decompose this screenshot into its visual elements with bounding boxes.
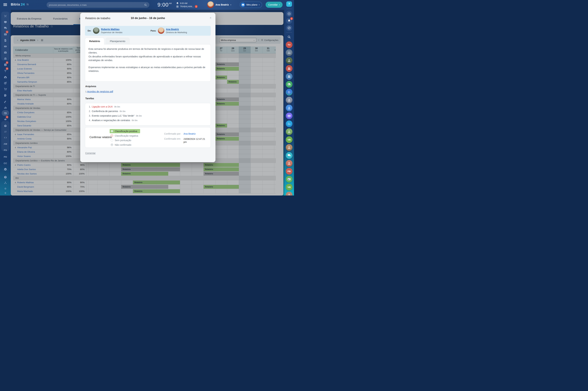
avatar-pb[interactable]: PB [286, 168, 292, 175]
modal-tab-planejamento[interactable]: Planejamento [106, 38, 130, 44]
workday-status: 9:00 AM TRABALHAN... 1 [176, 2, 198, 8]
status-label: TRABALHAN... [180, 5, 194, 8]
confirm-option-pos[interactable]: +Classificação positiva [110, 129, 140, 133]
avatar-tv-channel[interactable]: TV [286, 41, 292, 48]
confirm-option-non[interactable]: Sem pontuação [110, 138, 140, 142]
task-link[interactable]: Conferência de parcerios [92, 110, 118, 112]
sidebar-item-mail[interactable] [0, 50, 11, 55]
to-avatar[interactable] [158, 27, 164, 34]
sidebar-item-add[interactable] [0, 191, 11, 196]
avatar-vb[interactable]: VB [286, 136, 292, 143]
avatar-people-blue[interactable] [286, 73, 292, 80]
sidebar-item-cc[interactable]: CC [0, 161, 11, 166]
sidebar-item-hr[interactable] [0, 111, 11, 116]
sidebar-item-docs[interactable] [0, 38, 11, 43]
avatar-contact-green[interactable] [286, 176, 292, 183]
chart-icon [4, 106, 7, 109]
task-item: 3.Evento corporativo para LLC "Dia Verde… [89, 114, 207, 119]
to-name-link[interactable]: Ana Beatriz [166, 28, 187, 31]
sidebar-item-tasks[interactable]: 5 [0, 62, 11, 67]
avatar-man-photo[interactable] [286, 57, 292, 64]
form-icon [4, 94, 7, 97]
sidebar-item-sites[interactable] [0, 19, 11, 25]
confirm-option-neg[interactable]: −Classificação negativa [110, 134, 140, 138]
notification-badge: 1 [6, 31, 8, 33]
avatar-woman-cut[interactable] [286, 192, 292, 196]
notifications-icon[interactable]: 1 [286, 18, 292, 24]
notification-badge: 8 [6, 67, 8, 70]
search-icon[interactable] [286, 34, 292, 40]
avatar-man-blue[interactable] [286, 105, 292, 111]
avatar-news-green[interactable] [286, 81, 292, 88]
sidebar-item-am[interactable]: AM [0, 141, 11, 146]
from-role: Supervisor de Vendas [101, 31, 122, 34]
task-link[interactable]: Ligação com a DUX [92, 105, 113, 108]
invite-button[interactable]: Convidar ▾ [265, 2, 283, 8]
sidebar-item-developer[interactable] [0, 135, 11, 140]
plan-button[interactable]: Meu plano ▾ [240, 2, 262, 8]
close-icon[interactable]: × [210, 16, 211, 20]
from-avatar[interactable] [93, 27, 99, 34]
sidebar-item-messenger[interactable] [0, 26, 11, 31]
task-link[interactable]: Analises e negociações de contratos [92, 119, 130, 122]
menu-icon[interactable] [3, 3, 7, 6]
pen-icon [4, 100, 7, 103]
sidebar-item-warehouse[interactable] [0, 75, 11, 80]
sidebar-item-pd[interactable]: PD [0, 154, 11, 159]
avatar-people-red[interactable] [286, 65, 292, 72]
search-input[interactable]: procurar pessoas, documentos, e mais [47, 2, 149, 8]
sidebar-item-calendar[interactable]: 1 [0, 32, 11, 37]
avatar-meeting-photo[interactable] [286, 49, 292, 56]
sidebar-item-sign[interactable] [0, 99, 11, 104]
sidebar-item-help[interactable]: ? [0, 175, 11, 180]
work-status-row[interactable]: TRABALHAN... 1 [176, 5, 198, 8]
avatar-man-laptop[interactable] [286, 97, 292, 103]
help-button[interactable]: ? [286, 1, 292, 7]
bitrix24-app: Bitrix24 procurar pessoas, documentos, e… [0, 0, 294, 196]
sidebar-item-bi[interactable] [0, 105, 11, 110]
copilot-icon[interactable] [286, 11, 292, 17]
sidebar-item-shop[interactable] [0, 87, 11, 92]
comment-link[interactable]: Comentar [85, 152, 95, 154]
avatar-screens[interactable] [286, 112, 292, 119]
confirm-option-label: Não confirmado [115, 144, 131, 146]
messenger-icon[interactable] [286, 25, 292, 31]
sidebar-item-marketing[interactable] [0, 81, 11, 86]
modal-tab-relatório[interactable]: Relatório [85, 38, 104, 44]
sidebar-item-m-app[interactable] [0, 129, 11, 134]
sidebar-item-network[interactable] [0, 13, 11, 18]
chevron-down-icon: ▾ [230, 4, 231, 6]
briefcase-icon [241, 3, 245, 7]
sidebar-divider [3, 170, 8, 170]
avatar-woman-green[interactable] [286, 128, 292, 135]
task-link[interactable]: Evento corporativo para LLC "Dia Verde" [92, 114, 135, 117]
file-link[interactable]: Acordos de negócios.pdf [87, 90, 113, 93]
confirmed-at-label: Confirmado em: [164, 137, 182, 144]
search-icon[interactable] [144, 3, 147, 6]
sidebar-item-market[interactable] [0, 123, 11, 128]
sidebar-divider [286, 9, 292, 9]
sidebar-item-groups[interactable] [0, 56, 11, 61]
confirm-option-unc[interactable]: ×Não confirmado [110, 143, 140, 147]
reminder-row[interactable]: 9:00 AM [176, 2, 198, 5]
user-menu[interactable]: Ana Beatriz ▾ [207, 1, 231, 8]
sliders-icon[interactable] [26, 3, 29, 6]
avatar-vb-2[interactable]: VB [286, 184, 292, 191]
avatar-woman-red[interactable] [286, 160, 292, 167]
avatar-banner[interactable] [286, 120, 292, 127]
avatar-earth[interactable] [286, 89, 292, 96]
avatar-chat-teal[interactable] [286, 152, 292, 159]
avatar-woman-brown[interactable] [286, 144, 292, 151]
from-name-link[interactable]: Roberto Mathias [101, 28, 122, 31]
sidebar-item-forms[interactable] [0, 93, 11, 98]
app-logo[interactable]: Bitrix24 [11, 2, 29, 6]
sidebar-collapse[interactable] [0, 167, 11, 172]
sidebar-item-structure[interactable] [0, 180, 11, 186]
sidebar-item-ps[interactable]: PS [0, 148, 11, 153]
sidebar-item-copilot[interactable]: 2 [0, 117, 11, 122]
sidebar-item-drive[interactable] [0, 44, 11, 49]
report-text-panel[interactable]: Esta semana foi altamente produtiva em t… [85, 44, 211, 82]
confirmed-by-link[interactable]: Ana Beatriz [183, 132, 205, 135]
worktime-clock[interactable]: 9:00 AM [158, 1, 172, 8]
sidebar-item-crm[interactable]: 8 [0, 68, 11, 73]
